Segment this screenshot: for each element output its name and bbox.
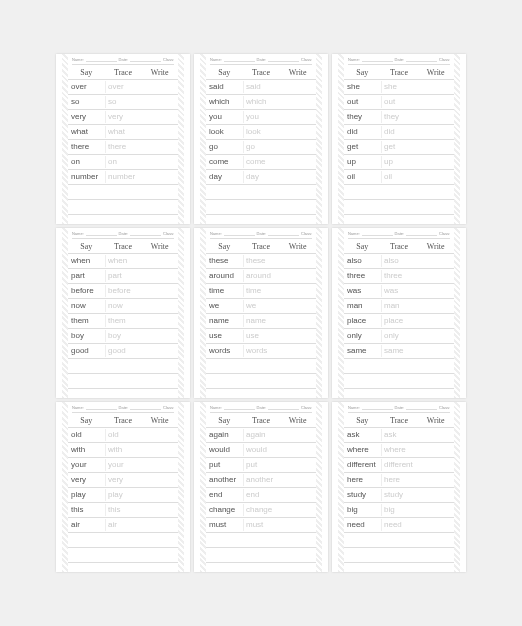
word-row: whichwhich	[206, 95, 316, 110]
column-headers: SayTraceWrite	[68, 66, 178, 80]
word-rows: saidsaidwhichwhichyouyoulooklookgogocome…	[206, 80, 316, 224]
trace-word: place	[381, 315, 418, 327]
say-word: very	[68, 474, 105, 486]
word-row: youryour	[68, 458, 178, 473]
name-blank	[362, 405, 393, 410]
trace-word: get	[381, 141, 418, 153]
empty-row	[344, 548, 454, 563]
class-blank	[72, 238, 174, 239]
say-word: oil	[344, 171, 381, 183]
col-trace: Trace	[105, 416, 142, 425]
worksheet: Name:Date:Class:SayTraceWriteoveroversos…	[56, 54, 190, 224]
say-word: said	[206, 81, 243, 93]
word-row: waswas	[344, 284, 454, 299]
trace-word: where	[381, 444, 418, 456]
worksheet: Name:Date:Class:SayTraceWritethesethesea…	[194, 228, 328, 398]
trace-word: use	[243, 330, 280, 342]
word-row: wouldwould	[206, 443, 316, 458]
word-row: placeplace	[344, 314, 454, 329]
word-row: aroundaround	[206, 269, 316, 284]
trace-word: same	[381, 345, 418, 357]
say-word: boy	[68, 330, 105, 342]
col-write: Write	[417, 242, 454, 251]
worksheet: Name:Date:Class:SayTraceWriteoldoldwithw…	[56, 402, 190, 572]
column-headers: SayTraceWrite	[206, 66, 316, 80]
word-row: namename	[206, 314, 316, 329]
word-row: bigbig	[344, 503, 454, 518]
say-word: now	[68, 300, 105, 312]
col-write: Write	[141, 242, 178, 251]
class-label: Class:	[301, 231, 312, 236]
say-word: before	[68, 285, 105, 297]
trace-word: put	[243, 459, 280, 471]
empty-row	[206, 374, 316, 389]
worksheet-meta: Name:Date:Class:	[344, 228, 454, 240]
word-row: studystudy	[344, 488, 454, 503]
word-row: comecome	[206, 155, 316, 170]
word-row: withwith	[68, 443, 178, 458]
say-word: go	[206, 141, 243, 153]
class-blank	[210, 412, 312, 413]
col-trace: Trace	[243, 242, 280, 251]
word-row: diddid	[344, 125, 454, 140]
trace-word: also	[381, 255, 418, 267]
say-word: number	[68, 171, 105, 183]
empty-row	[344, 359, 454, 374]
trace-word: they	[381, 111, 418, 123]
word-row: oiloil	[344, 170, 454, 185]
say-word: good	[68, 345, 105, 357]
trace-word: she	[381, 81, 418, 93]
trace-word: air	[105, 519, 142, 531]
say-word: there	[68, 141, 105, 153]
class-blank	[72, 64, 174, 65]
word-row: sheshe	[344, 80, 454, 95]
word-row: mustmust	[206, 518, 316, 533]
word-row: gogo	[206, 140, 316, 155]
col-say: Say	[206, 68, 243, 77]
say-word: these	[206, 255, 243, 267]
worksheet-grid: Name:Date:Class:SayTraceWriteoveroversos…	[56, 54, 466, 572]
say-word: man	[344, 300, 381, 312]
empty-row	[344, 200, 454, 215]
say-word: part	[68, 270, 105, 282]
col-trace: Trace	[105, 68, 142, 77]
say-word: look	[206, 126, 243, 138]
empty-row	[206, 533, 316, 548]
say-word: another	[206, 474, 243, 486]
say-word: we	[206, 300, 243, 312]
date-label: Date:	[119, 405, 129, 410]
trace-word: your	[105, 459, 142, 471]
empty-row	[68, 200, 178, 215]
say-word: put	[206, 459, 243, 471]
name-label: Name:	[210, 231, 222, 236]
date-blank	[406, 57, 437, 62]
date-label: Date:	[395, 57, 405, 62]
trace-word: big	[381, 504, 418, 516]
say-word: them	[68, 315, 105, 327]
say-word: over	[68, 81, 105, 93]
name-blank	[224, 57, 255, 62]
word-row: putput	[206, 458, 316, 473]
name-label: Name:	[210, 57, 222, 62]
date-label: Date:	[257, 57, 267, 62]
date-blank	[130, 57, 161, 62]
name-label: Name:	[72, 405, 84, 410]
word-row: youyou	[206, 110, 316, 125]
trace-word: with	[105, 444, 142, 456]
trace-word: these	[243, 255, 280, 267]
empty-row	[344, 533, 454, 548]
say-word: must	[206, 519, 243, 531]
empty-row	[206, 359, 316, 374]
word-row: wewe	[206, 299, 316, 314]
word-row: outout	[344, 95, 454, 110]
column-headers: SayTraceWrite	[344, 240, 454, 254]
name-blank	[86, 231, 117, 236]
trace-word: when	[105, 255, 142, 267]
worksheet-meta: Name:Date:Class:	[344, 54, 454, 66]
trace-word: now	[105, 300, 142, 312]
class-label: Class:	[301, 405, 312, 410]
worksheet: Name:Date:Class:SayTraceWriteaskaskwhere…	[332, 402, 466, 572]
name-blank	[224, 405, 255, 410]
class-label: Class:	[163, 57, 174, 62]
date-label: Date:	[119, 231, 129, 236]
